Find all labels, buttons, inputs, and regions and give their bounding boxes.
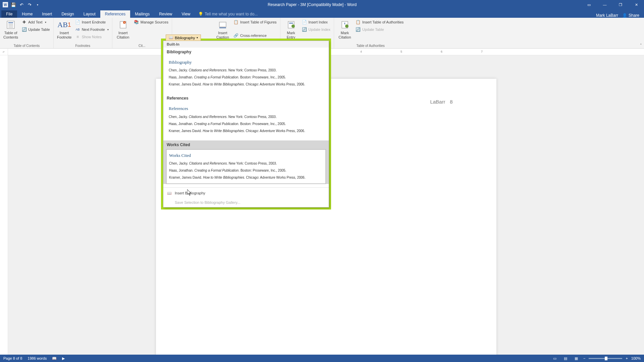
dd-item-bibliography[interactable]: Bibliography Bibliography Chen, Jacky. C… [163,48,329,90]
manage-sources-icon: 📚 [134,19,139,25]
e0r: . New York: Contoso Press, 2003. [226,68,277,72]
zoom-in-icon[interactable]: + [626,356,628,360]
qat-more-icon[interactable]: ▾ [35,2,40,7]
window-controls: ▭ — ❐ ✕ [581,0,644,9]
bibliography-button-icon: 📖 [169,36,173,40]
tab-review[interactable]: Review [154,10,177,18]
minimize-icon[interactable]: — [597,0,612,9]
zoom-out-icon[interactable]: − [583,356,585,360]
share-button[interactable]: 👤 Share [622,13,639,18]
tab-selector[interactable]: ⌐ [0,49,8,55]
tab-view[interactable]: View [177,10,195,18]
r0r: . New York: Contoso Press, 2003. [226,115,277,119]
show-notes-button[interactable]: ≡Show Notes [74,34,110,40]
insert-index-button[interactable]: 📄Insert Index [301,19,332,25]
dd-item-works-cited[interactable]: Works Cited Works Cited Chen, Jacky. Cit… [163,140,329,184]
maximize-icon[interactable]: ❐ [613,0,628,9]
save-gallery-item: Save Selection to Bibliography Gallery..… [163,198,329,207]
e0w: Citations and References [189,68,226,72]
insert-tof-button[interactable]: 📋Insert Table of Figures [232,19,278,25]
insert-toa-button[interactable]: 📋Insert Table of Authorities [354,19,405,25]
mark-citation-button[interactable]: ¶ Mark Citation [336,19,354,43]
vertical-scrollbar[interactable] [639,55,644,355]
collapse-ribbon-icon[interactable]: ˄ [640,43,642,48]
svg-rect-2 [7,21,14,28]
tab-insert[interactable]: Insert [37,10,57,18]
toc-label: Table of Contents [3,31,18,40]
dd-preview-title-1: References [169,105,323,112]
w0a: Chen, Jacky. [169,162,188,165]
user-name[interactable]: Mark LaBarr [596,13,618,18]
table-of-contents-button[interactable]: Table of Contents [2,19,19,43]
update-icon: 🔄 [21,27,27,32]
insert-endnote-button[interactable]: 📄Insert Endnote [74,19,110,25]
group-toa-label: Table of Authorities [336,43,405,48]
w2w: How to Write Bibliographies [203,176,244,179]
read-mode-icon[interactable]: ▭ [551,355,558,361]
tab-design[interactable]: Design [57,10,78,18]
citation-icon: ✎ [118,19,128,30]
vertical-ruler[interactable] [0,55,8,355]
w1a: Haas, Jonathan. [169,169,194,172]
group-footnotes: AB1 Insert Footnote 📄Insert Endnote ABNe… [54,18,112,48]
bibliography-button[interactable]: 📖 Bibliography ▾ [166,35,201,41]
bibliography-dropdown-wrapper: 📖 Bibliography ▾ Built-In Bibliography B… [161,39,331,209]
r0w: Citations and References [189,115,226,119]
tab-mailings[interactable]: Mailings [130,10,154,18]
update-index-button: 🔄Update Index [301,26,332,33]
page-status[interactable]: Page 8 of 8 [3,356,22,360]
ribbon-display-icon[interactable]: ▭ [581,0,597,9]
print-layout-icon[interactable]: ▤ [562,355,569,361]
insert-index-label: Insert Index [309,20,328,24]
manage-sources-button[interactable]: 📚Manage Sources [132,19,170,25]
highlight-annotation: Built-In Bibliography Bibliography Chen,… [161,39,331,209]
macro-icon[interactable]: ▶ [62,356,65,361]
tof-icon: 📋 [233,19,239,25]
cross-ref-label: Cross-reference [240,34,267,38]
redo-icon[interactable]: ↷ [27,2,32,7]
cross-ref-icon: 🔗 [233,33,239,38]
next-footnote-button[interactable]: ABNext Footnote▾ [74,26,110,33]
update-toa-label: Update Table [362,27,384,32]
update-toa-button: 🔄Update Table [354,26,405,33]
insert-toa-icon: 📋 [356,19,361,25]
tab-references[interactable]: References [100,10,130,18]
tab-home[interactable]: Home [17,10,37,18]
svg-text:W: W [4,3,7,7]
zoom-level[interactable]: 100% [631,356,641,360]
r2r: . Chicago: Adventure Works Press, 2006. [244,129,305,133]
r2w: How to Write Bibliographies [203,129,244,133]
update-table-button[interactable]: 🔄Update Table [20,26,51,33]
close-icon[interactable]: ✕ [629,0,644,9]
word-count[interactable]: 1986 words [28,356,47,360]
header-name: LaBarr [430,99,445,105]
e1w: Creating a Formal Publication [194,75,238,79]
dd-item-bibliography-preview: Bibliography Chen, Jacky. Citations and … [166,56,326,90]
w1r: . Boston: Proseware, Inc., 2005. [238,169,286,172]
spell-check-icon[interactable]: 📖 [52,356,57,361]
show-notes-label: Show Notes [82,35,102,39]
dd-item-references-header: References [163,94,329,101]
save-gallery-icon [167,200,172,205]
svg-point-16 [345,24,348,28]
zoom-thumb[interactable] [605,357,607,360]
endnote-icon: 📄 [75,19,80,25]
tab-file[interactable]: File [1,10,17,18]
web-layout-icon[interactable]: ▦ [573,355,580,361]
insert-footnote-button[interactable]: AB1 Insert Footnote [56,19,73,43]
cross-reference-button[interactable]: 🔗Cross-reference [232,32,278,39]
zoom-slider[interactable] [589,358,622,359]
tell-me-search[interactable]: 💡 Tell me what you want to do... [195,10,261,18]
undo-icon[interactable]: ↶ [19,2,24,7]
e0a: Chen, Jacky. [169,68,188,72]
r2a: Kramer, James David. [169,129,202,133]
add-text-button[interactable]: ✚Add Text▾ [20,19,51,25]
save-icon[interactable]: 💾 [11,2,16,7]
tab-layout[interactable]: Layout [79,10,100,18]
insert-bibliography-item[interactable]: 📖 Insert Bibliography [163,188,329,198]
dd-item-references[interactable]: References References Chen, Jacky. Citat… [163,94,329,137]
share-label: Share [629,13,639,18]
w0w: Citations and References [189,162,227,165]
group-toc: Table of Contents ✚Add Text▾ 🔄Update Tab… [0,18,54,48]
insert-citation-button[interactable]: ✎ Insert Citation [114,19,132,43]
